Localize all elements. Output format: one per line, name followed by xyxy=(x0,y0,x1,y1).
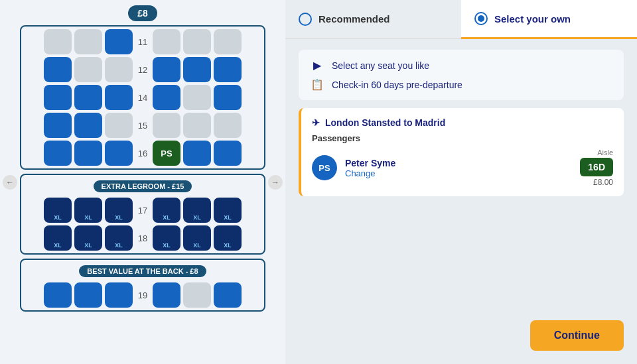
row-num-12: 12 xyxy=(135,65,150,75)
tab-select-your-own[interactable]: Select your own xyxy=(461,0,637,39)
seat-19f[interactable] xyxy=(214,282,242,308)
aisle-label: Aisle xyxy=(597,149,613,156)
continue-row: Continue xyxy=(285,320,637,364)
extra-legroom-section: EXTRA LEGROOM - £15 XL XL XL 17 XL XL XL… xyxy=(20,174,265,255)
seat-row-19: 19 xyxy=(25,282,260,308)
seat-17f-xl[interactable]: XL xyxy=(214,198,242,223)
seat-14a[interactable] xyxy=(44,85,72,110)
seat-row-16: 16 PS xyxy=(25,141,260,166)
best-value-label: BEST VALUE AT THE BACK - £8 xyxy=(79,265,206,277)
best-value-bracket: BEST VALUE AT THE BACK - £8 19 xyxy=(20,259,265,312)
seat-16b[interactable] xyxy=(74,141,102,166)
seat-16c[interactable] xyxy=(105,141,133,166)
seat-12f[interactable] xyxy=(214,57,242,82)
flight-header: ✈ London Stansted to Madrid xyxy=(312,117,613,128)
checkin-icon: 📋 xyxy=(309,78,325,91)
seat-14b[interactable] xyxy=(74,85,102,110)
seat-15a[interactable] xyxy=(44,113,72,138)
seat-11f[interactable] xyxy=(214,29,242,54)
passenger-row: PS Peter Syme Change Aisle 16D £8.00 xyxy=(312,149,613,187)
seat-16e[interactable] xyxy=(183,141,211,166)
seat-11d[interactable] xyxy=(153,29,180,54)
seat-15c[interactable] xyxy=(105,113,133,138)
seat-row-18: XL XL XL 18 XL XL XL xyxy=(25,225,260,251)
seat-12a[interactable] xyxy=(44,57,72,82)
passenger-initials: PS xyxy=(318,163,330,173)
seat-row-14: 14 xyxy=(25,85,260,110)
seat-17a-xl[interactable]: XL xyxy=(44,198,72,223)
row-num-14: 14 xyxy=(135,93,150,103)
seat-row-17: XL XL XL 17 XL XL XL xyxy=(25,198,260,223)
scroll-right-arrow[interactable]: → xyxy=(268,175,283,190)
recommended-label: Recommended xyxy=(318,13,390,25)
passenger-name: Peter Syme xyxy=(345,158,572,168)
seat-18f-xl[interactable]: XL xyxy=(214,225,242,251)
seat-row-12: 12 xyxy=(25,57,260,82)
seat-12e[interactable] xyxy=(183,57,211,82)
seat-11a[interactable] xyxy=(44,29,72,54)
seat-18b-xl[interactable]: XL xyxy=(74,225,102,251)
row-num-11: 11 xyxy=(135,37,150,47)
seat-16d-selected[interactable]: PS xyxy=(153,141,180,166)
passenger-info: Peter Syme Change xyxy=(345,158,572,178)
seat-17c-xl[interactable]: XL xyxy=(105,198,133,223)
select-your-own-label: Select your own xyxy=(494,13,571,25)
extra-legroom-bracket: EXTRA LEGROOM - £15 XL XL XL 17 XL XL XL… xyxy=(20,174,265,255)
best-value-header: BEST VALUE AT THE BACK - £8 xyxy=(25,263,260,278)
row-num-15: 15 xyxy=(135,121,150,131)
scroll-left-arrow[interactable]: ← xyxy=(3,175,17,190)
seat-17d-xl[interactable]: XL xyxy=(153,198,180,223)
features-box: ▶ Select any seat you like 📋 Check-in 60… xyxy=(299,50,624,100)
seat-11e[interactable] xyxy=(183,29,211,54)
seat-17e-xl[interactable]: XL xyxy=(183,198,211,223)
seat-11c[interactable] xyxy=(105,29,133,54)
seat-14f[interactable] xyxy=(214,85,242,110)
flight-route: London Stansted to Madrid xyxy=(325,117,445,128)
seat-15e[interactable] xyxy=(183,113,211,138)
seat-12b[interactable] xyxy=(74,57,102,82)
seat-14c[interactable] xyxy=(105,85,133,110)
feature-seat-select: ▶ Select any seat you like xyxy=(309,59,613,72)
seat-19a[interactable] xyxy=(44,282,72,308)
tab-recommended[interactable]: Recommended xyxy=(285,0,461,38)
seat-19e[interactable] xyxy=(183,282,211,308)
price-badge: £8 xyxy=(128,5,157,21)
seat-18a-xl[interactable]: XL xyxy=(44,225,72,251)
seat-12d[interactable] xyxy=(153,57,180,82)
plane-icon: ✈ xyxy=(312,117,320,128)
feature-checkin: 📋 Check-in 60 days pre-departure xyxy=(309,78,613,91)
feature-checkin-text: Check-in 60 days pre-departure xyxy=(332,80,462,90)
seat-18e-xl[interactable]: XL xyxy=(183,225,211,251)
seat-19d[interactable] xyxy=(153,282,180,308)
passengers-label: Passengers xyxy=(312,133,613,143)
continue-button[interactable]: Continue xyxy=(530,320,624,351)
seat-11b[interactable] xyxy=(74,29,102,54)
select-your-own-radio[interactable] xyxy=(474,12,488,25)
seat-16a[interactable] xyxy=(44,141,72,166)
seat-19c[interactable] xyxy=(105,282,133,308)
best-value-section: BEST VALUE AT THE BACK - £8 19 xyxy=(20,259,265,312)
seat-14d[interactable] xyxy=(153,85,180,110)
seat-map-panel: £8 11 12 14 xyxy=(0,0,285,364)
seat-16f[interactable] xyxy=(214,141,242,166)
tabs: Recommended Select your own xyxy=(285,0,637,39)
seat-14e[interactable] xyxy=(183,85,211,110)
seat-18c-xl[interactable]: XL xyxy=(105,225,133,251)
seat-12c[interactable] xyxy=(105,57,133,82)
assigned-seat-badge: 16D xyxy=(580,158,613,176)
flight-section: ✈ London Stansted to Madrid Passengers P… xyxy=(299,108,624,196)
seat-row-15: 15 xyxy=(25,113,260,138)
recommended-radio[interactable] xyxy=(299,13,312,26)
seat-15d[interactable] xyxy=(153,113,180,138)
seat-18d-xl[interactable]: XL xyxy=(153,225,180,251)
passenger-change-link[interactable]: Change xyxy=(345,168,572,178)
seat-17b-xl[interactable]: XL xyxy=(74,198,102,223)
seat-15b[interactable] xyxy=(74,113,102,138)
row-num-16: 16 xyxy=(135,149,150,158)
cursor-icon: ▶ xyxy=(309,59,325,72)
passenger-avatar: PS xyxy=(312,155,337,180)
extra-legroom-header: EXTRA LEGROOM - £15 xyxy=(25,178,260,194)
seat-15f[interactable] xyxy=(214,113,242,138)
seat-19b[interactable] xyxy=(74,282,102,308)
feature-seat-text: Select any seat you like xyxy=(332,60,429,71)
